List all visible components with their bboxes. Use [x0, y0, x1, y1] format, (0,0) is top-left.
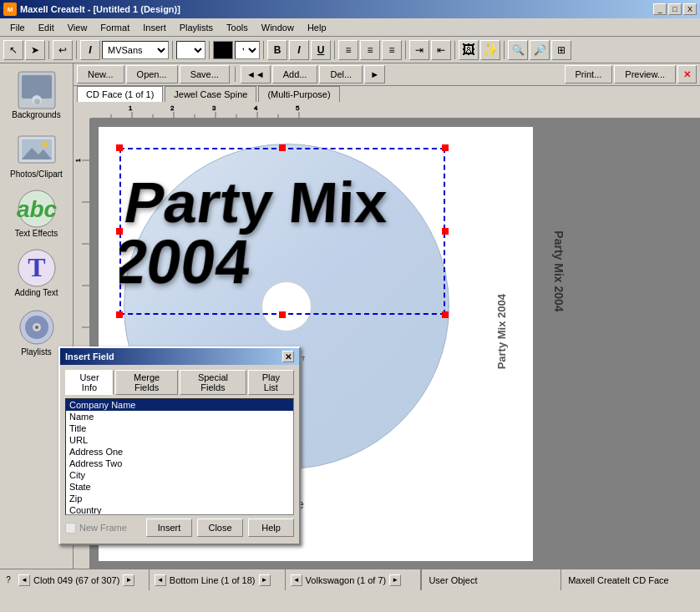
undo-button[interactable]: ↩ [53, 40, 73, 60]
menu-view[interactable]: View [61, 21, 94, 34]
window-controls[interactable]: _ □ X [653, 3, 697, 15]
dialog-tab-user-info[interactable]: User Info [65, 370, 114, 395]
align-right-button[interactable]: ≡ [382, 40, 402, 60]
help-button[interactable]: Help [248, 518, 294, 537]
font-size-select[interactable] [176, 41, 205, 59]
toolbar-sep-5 [263, 41, 264, 59]
color-select[interactable]: ▼ [235, 41, 260, 59]
cloth-next-button[interactable]: ► [123, 574, 134, 586]
title-bar-text: Maxell CreateIt - [Untitled 1 (Design)] [20, 4, 180, 14]
dialog-tab-merge-fields[interactable]: Merge Fields [115, 370, 178, 395]
color-box[interactable] [213, 41, 233, 59]
text-tool[interactable]: I [80, 40, 100, 60]
tabs-row: CD Face (1 of 1) Jewel Case Spine (Multi… [74, 86, 700, 102]
cloth-prev-button[interactable]: ◄ [18, 574, 30, 586]
list-item-zip[interactable]: Zip [66, 493, 293, 504]
list-item-city[interactable]: City [66, 469, 293, 481]
list-item-country[interactable]: Country [66, 504, 293, 515]
menu-format[interactable]: Format [94, 21, 136, 34]
volk-prev-button[interactable]: ◄ [291, 574, 302, 586]
sidebar-item-adding-text[interactable]: T Adding Text [3, 245, 70, 301]
list-item-address-one[interactable]: Address One [66, 446, 293, 458]
dialog-close-button[interactable]: ✕ [282, 351, 294, 362]
menu-insert[interactable]: Insert [136, 21, 173, 34]
disc-side-text: Party Mix 2004 [495, 294, 508, 369]
list-item-name[interactable]: Name [66, 411, 293, 422]
insert-button[interactable]: Insert [146, 518, 192, 537]
list-item-url[interactable]: URL [66, 434, 293, 446]
sidebar-label-adding-text: Adding Text [14, 288, 58, 297]
sidebar-item-photos[interactable]: Photos/Clipart [3, 126, 70, 182]
del-button[interactable]: Del... [319, 65, 363, 83]
main-text-container: Party Mix 2004 [119, 148, 445, 315]
toolbar-sep-8 [454, 41, 455, 59]
line-prev-button[interactable]: ◄ [155, 574, 166, 586]
ruler-horizontal: 1 2 3 4 5 [90, 102, 700, 119]
svg-text:◎: ◎ [33, 98, 39, 105]
action-buttons-bar: New... Open... Save... ◄◄ Add... Del... … [74, 63, 700, 86]
italic-button[interactable]: I [289, 40, 309, 60]
new-frame-checkbox[interactable] [65, 523, 76, 534]
status-bar: ? ◄ Cloth 049 (67 of 307) ► ◄ Bottom Lin… [0, 569, 700, 590]
dialog-footer: New Frame Insert Close Help [65, 515, 294, 539]
dialog-close-btn[interactable]: Close [197, 518, 243, 537]
cd-side-text: Party Mix 2004 [551, 230, 565, 311]
zoom-in-button[interactable]: 🔍 [508, 40, 528, 60]
menu-bar: File Edit View Format Insert Playlists T… [0, 18, 700, 37]
minimize-button[interactable]: _ [653, 3, 667, 15]
dialog-tab-special-fields[interactable]: Special Fields [180, 370, 246, 395]
font-select[interactable]: MVSans [102, 41, 169, 59]
align-left-button[interactable]: ≡ [338, 40, 358, 60]
line-text: Bottom Line (1 of 18) [170, 575, 256, 585]
list-item-company-name[interactable]: Company Name [66, 399, 293, 411]
tab-multi-purpose[interactable]: (Multi-Purpose) [258, 86, 339, 102]
dialog-title-bar[interactable]: Insert Field ✕ [60, 348, 299, 365]
arrow-tool[interactable]: ➤ [25, 40, 45, 60]
nav-prev-prev-button[interactable]: ◄◄ [241, 65, 271, 83]
tab-jewel-case[interactable]: Jewel Case Spine [165, 86, 256, 102]
effects-button[interactable]: ✨ [480, 40, 500, 60]
svg-text:2: 2 [170, 104, 175, 112]
indent-button[interactable]: ⇥ [409, 40, 429, 60]
svg-text:4: 4 [254, 104, 258, 112]
restore-button[interactable]: □ [668, 3, 682, 15]
question-icon: ? [6, 575, 11, 584]
add-button[interactable]: Add... [272, 65, 318, 83]
doc-close-button[interactable]: ✕ [677, 65, 697, 83]
volk-next-button[interactable]: ► [389, 574, 401, 586]
pointer-tool[interactable]: ↖ [3, 40, 23, 60]
dialog-tab-play-list[interactable]: Play List [248, 370, 294, 395]
close-window-button[interactable]: X [683, 3, 697, 15]
save-button[interactable]: Save... [180, 65, 230, 83]
toolbar: ↖ ➤ ↩ I MVSans ▼ B I U ≡ ≡ ≡ ⇥ ⇤ 🖼 ✨ 🔍 🔎… [0, 37, 700, 63]
menu-tools[interactable]: Tools [220, 21, 255, 34]
underline-button[interactable]: U [311, 40, 331, 60]
zoom-fit-button[interactable]: ⊞ [551, 40, 571, 60]
bold-button[interactable]: B [267, 40, 287, 60]
photos-button[interactable]: 🖼 [459, 40, 479, 60]
dialog-list[interactable]: Company Name Name Title URL Address One … [65, 398, 294, 515]
sidebar-item-text-effects[interactable]: abc Text Effects [3, 185, 70, 241]
menu-file[interactable]: File [3, 21, 32, 34]
list-item-address-two[interactable]: Address Two [66, 458, 293, 469]
new-frame-checkbox-label[interactable]: New Frame [65, 523, 127, 534]
status-icons: ? [0, 571, 13, 589]
nav-next-button[interactable]: ► [364, 65, 385, 83]
preview-button[interactable]: Preview... [614, 65, 676, 83]
open-button[interactable]: Open... [126, 65, 178, 83]
sidebar-item-backgrounds[interactable]: ◎ Backgrounds [3, 67, 70, 123]
align-center-button[interactable]: ≡ [360, 40, 380, 60]
line-next-button[interactable]: ► [259, 574, 271, 586]
list-item-state[interactable]: State [66, 481, 293, 493]
outdent-button[interactable]: ⇤ [431, 40, 451, 60]
menu-window[interactable]: Window [255, 21, 301, 34]
print-button[interactable]: Print... [565, 65, 613, 83]
tab-cd-face[interactable]: CD Face (1 of 1) [77, 86, 163, 102]
svg-point-7 [42, 141, 48, 148]
menu-help[interactable]: Help [301, 21, 333, 34]
new-button[interactable]: New... [77, 65, 124, 83]
list-item-title[interactable]: Title [66, 422, 293, 434]
menu-playlists[interactable]: Playlists [173, 21, 220, 34]
menu-edit[interactable]: Edit [32, 21, 61, 34]
zoom-out-button[interactable]: 🔎 [530, 40, 550, 60]
